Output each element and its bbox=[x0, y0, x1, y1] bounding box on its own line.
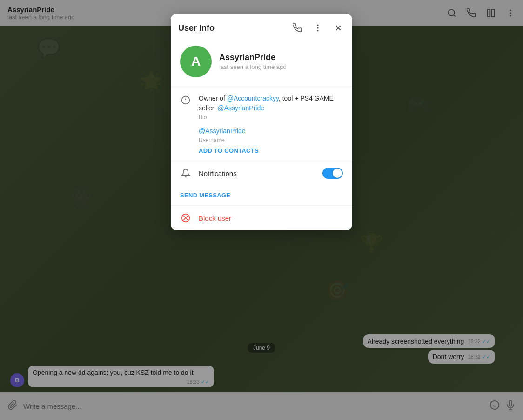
username-label: Username bbox=[199, 137, 343, 143]
profile-status: last seen a long time ago bbox=[219, 63, 287, 70]
profile-section: A AssyrianPride last seen a long time ag… bbox=[171, 40, 352, 87]
notifications-toggle[interactable] bbox=[322, 168, 343, 179]
send-message-button[interactable]: SEND MESSAGE bbox=[180, 185, 343, 205]
info-icon bbox=[180, 95, 191, 106]
modal-title: User Info bbox=[178, 23, 291, 33]
svg-point-12 bbox=[317, 25, 318, 26]
modal-call-icon[interactable] bbox=[291, 21, 304, 34]
info-section: Owner of @Accountcrackyy, tool + PS4 GAM… bbox=[171, 87, 352, 161]
bio-link2[interactable]: @AssyrianPride bbox=[217, 104, 264, 112]
username-icon-spacer bbox=[180, 127, 191, 138]
notifications-row: Notifications bbox=[180, 161, 343, 185]
notifications-label: Notifications bbox=[199, 169, 315, 177]
block-user-button[interactable]: Block user bbox=[199, 214, 231, 222]
toggle-knob bbox=[333, 169, 342, 178]
block-icon bbox=[180, 213, 191, 223]
avatar: A bbox=[180, 46, 212, 77]
bell-icon bbox=[180, 169, 191, 178]
modal-close-icon[interactable] bbox=[332, 21, 345, 34]
svg-point-14 bbox=[317, 30, 318, 31]
block-section: Block user bbox=[171, 206, 352, 230]
profile-name: AssyrianPride bbox=[219, 53, 287, 62]
bio-content: Owner of @Accountcrackyy, tool + PS4 GAM… bbox=[199, 94, 343, 121]
user-info-modal: User Info A AssyrianPride last seen a lo… bbox=[171, 14, 352, 230]
notifications-section: Notifications SEND MESSAGE bbox=[171, 161, 352, 206]
modal-header-icons bbox=[291, 21, 345, 34]
modal-header: User Info bbox=[171, 14, 352, 40]
bio-prefix: Owner of bbox=[199, 95, 227, 102]
add-to-contacts-button[interactable]: ADD TO CONTACTS bbox=[199, 147, 343, 154]
bio-label: Bio bbox=[199, 114, 343, 121]
username-row: @AssyrianPride Username ADD TO CONTACTS bbox=[180, 126, 343, 154]
username-content: @AssyrianPride Username ADD TO CONTACTS bbox=[199, 126, 343, 154]
bio-link1[interactable]: @Accountcrackyy bbox=[227, 95, 279, 102]
bio-text: Owner of @Accountcrackyy, tool + PS4 GAM… bbox=[199, 94, 343, 113]
modal-more-icon[interactable] bbox=[311, 21, 324, 34]
profile-info: AssyrianPride last seen a long time ago bbox=[219, 53, 287, 70]
username-value[interactable]: @AssyrianPride bbox=[199, 126, 343, 136]
svg-point-13 bbox=[317, 27, 318, 28]
bio-row: Owner of @Accountcrackyy, tool + PS4 GAM… bbox=[180, 94, 343, 121]
